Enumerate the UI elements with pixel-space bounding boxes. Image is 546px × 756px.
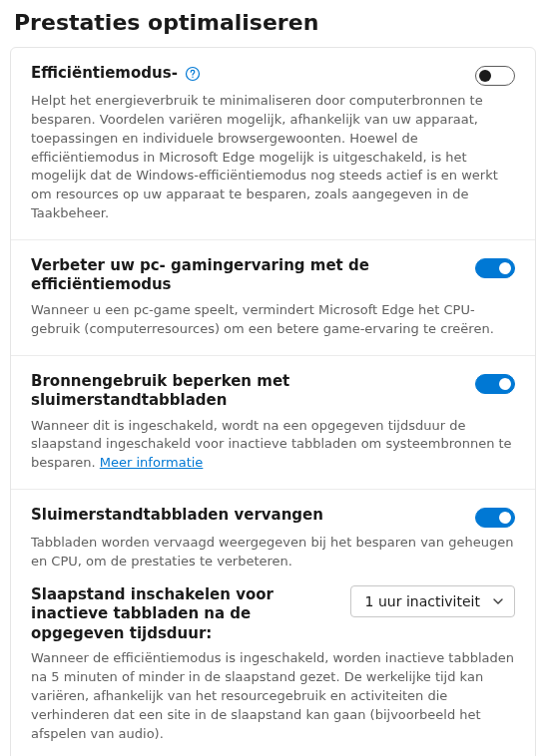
more-info-link[interactable]: Meer informatie xyxy=(100,455,204,470)
settings-card: Efficiëntiemodus- Helpt het energieverbr… xyxy=(10,47,536,756)
sleeping-tabs-description: Wanneer dit is ingeschakeld, wordt na ee… xyxy=(31,417,515,474)
sleeping-tabs-section: Bronnengebruik beperken met sluimerstand… xyxy=(11,356,535,491)
fade-toggle[interactable] xyxy=(475,508,515,528)
efficiency-title: Efficiëntiemodus- xyxy=(31,64,178,84)
sleep-after-description: Wanneer de efficiëntiemodus is ingeschak… xyxy=(31,649,515,743)
fade-and-more-section: Sluimerstandtabbladen vervangen Tabblade… xyxy=(11,490,535,756)
help-icon[interactable] xyxy=(184,65,202,83)
efficiency-toggle[interactable] xyxy=(475,66,515,86)
gaming-title: Verbeter uw pc- gamingervaring met de ef… xyxy=(31,256,459,295)
gaming-section: Verbeter uw pc- gamingervaring met de ef… xyxy=(11,240,535,356)
page-title: Prestaties optimaliseren xyxy=(10,10,536,35)
gaming-toggle[interactable] xyxy=(475,258,515,278)
efficiency-description: Helpt het energieverbruik te minimaliser… xyxy=(31,92,515,223)
sleeping-tabs-title: Bronnengebruik beperken met sluimerstand… xyxy=(31,372,459,411)
gaming-description: Wanneer u een pc-game speelt, vermindert… xyxy=(31,301,515,339)
fade-title: Sluimerstandtabbladen vervangen xyxy=(31,506,459,526)
sleeping-tabs-toggle[interactable] xyxy=(475,374,515,394)
sleep-after-title: Slaapstand inschakelen voor inactieve ta… xyxy=(31,585,334,644)
efficiency-section: Efficiëntiemodus- Helpt het energieverbr… xyxy=(11,48,535,240)
svg-point-1 xyxy=(192,76,193,77)
sleep-after-select[interactable]: 1 uur inactiviteit xyxy=(350,585,515,617)
efficiency-title-row: Efficiëntiemodus- xyxy=(31,64,459,84)
sleep-after-selected: 1 uur inactiviteit xyxy=(365,593,480,609)
fade-description: Tabbladen worden vervaagd weergegeven bi… xyxy=(31,534,515,571)
chevron-down-icon xyxy=(492,595,504,607)
